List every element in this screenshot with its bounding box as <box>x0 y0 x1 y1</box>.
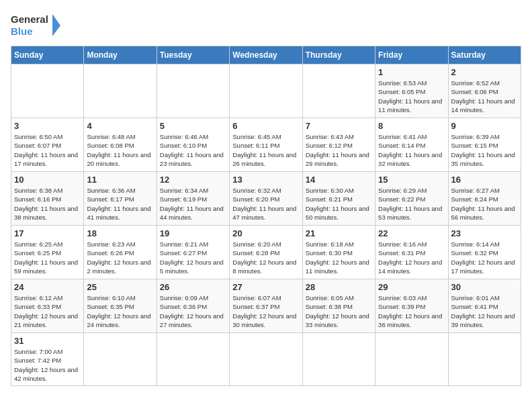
day-cell: 26Sunrise: 6:09 AM Sunset: 6:36 PM Dayli… <box>157 279 229 333</box>
day-cell: 5Sunrise: 6:46 AM Sunset: 6:10 PM Daylig… <box>157 118 229 172</box>
day-info: Sunrise: 6:07 AM Sunset: 6:37 PM Dayligh… <box>232 293 299 329</box>
svg-text:General: General <box>11 13 48 25</box>
day-number: 12 <box>160 175 226 185</box>
day-cell: 20Sunrise: 6:20 AM Sunset: 6:28 PM Dayli… <box>230 226 302 279</box>
day-number: 28 <box>306 282 372 292</box>
day-number: 25 <box>87 282 153 292</box>
day-number: 7 <box>306 121 372 131</box>
header-cell-monday: Monday <box>84 46 157 64</box>
day-info: Sunrise: 6:16 AM Sunset: 6:31 PM Dayligh… <box>378 240 445 275</box>
day-info: Sunrise: 6:50 AM Sunset: 6:07 PM Dayligh… <box>14 132 81 168</box>
day-info: Sunrise: 6:25 AM Sunset: 6:25 PM Dayligh… <box>14 240 81 275</box>
day-cell: 7Sunrise: 6:43 AM Sunset: 6:12 PM Daylig… <box>302 118 375 172</box>
day-info: Sunrise: 6:39 AM Sunset: 6:15 PM Dayligh… <box>451 132 518 168</box>
day-number: 16 <box>451 175 518 185</box>
day-number: 9 <box>451 121 518 131</box>
svg-marker-2 <box>52 14 60 36</box>
day-info: Sunrise: 6:23 AM Sunset: 6:26 PM Dayligh… <box>87 240 153 275</box>
day-cell: 25Sunrise: 6:10 AM Sunset: 6:35 PM Dayli… <box>84 279 157 333</box>
header-cell-sunday: Sunday <box>11 46 84 64</box>
day-info: Sunrise: 6:29 AM Sunset: 6:22 PM Dayligh… <box>378 186 445 222</box>
day-cell: 23Sunrise: 6:14 AM Sunset: 6:32 PM Dayli… <box>448 226 521 279</box>
day-number: 17 <box>14 228 81 238</box>
header-cell-thursday: Thursday <box>302 46 375 64</box>
week-row-0: 1Sunrise: 6:53 AM Sunset: 6:05 PM Daylig… <box>11 64 521 118</box>
day-cell: 2Sunrise: 6:52 AM Sunset: 6:06 PM Daylig… <box>448 64 521 118</box>
day-cell <box>230 333 302 386</box>
day-cell: 22Sunrise: 6:16 AM Sunset: 6:31 PM Dayli… <box>375 226 448 279</box>
day-info: Sunrise: 6:46 AM Sunset: 6:10 PM Dayligh… <box>160 132 226 168</box>
day-info: Sunrise: 6:36 AM Sunset: 6:17 PM Dayligh… <box>87 186 153 222</box>
week-row-4: 24Sunrise: 6:12 AM Sunset: 6:33 PM Dayli… <box>11 279 521 333</box>
day-number: 24 <box>14 282 81 292</box>
day-number: 31 <box>14 336 81 346</box>
day-number: 20 <box>232 228 299 238</box>
day-number: 15 <box>378 175 445 185</box>
day-info: Sunrise: 6:53 AM Sunset: 6:05 PM Dayligh… <box>378 79 445 114</box>
day-info: Sunrise: 6:14 AM Sunset: 6:32 PM Dayligh… <box>451 240 518 275</box>
day-number: 6 <box>232 121 299 131</box>
day-info: Sunrise: 6:18 AM Sunset: 6:30 PM Dayligh… <box>306 240 372 275</box>
day-number: 21 <box>306 228 372 238</box>
day-cell <box>375 333 448 386</box>
day-cell: 8Sunrise: 6:41 AM Sunset: 6:14 PM Daylig… <box>375 118 448 172</box>
day-info: Sunrise: 6:01 AM Sunset: 6:41 PM Dayligh… <box>451 293 518 329</box>
day-info: Sunrise: 6:43 AM Sunset: 6:12 PM Dayligh… <box>306 132 372 168</box>
day-number: 2 <box>451 67 518 77</box>
day-cell: 15Sunrise: 6:29 AM Sunset: 6:22 PM Dayli… <box>375 172 448 226</box>
day-info: Sunrise: 6:27 AM Sunset: 6:24 PM Dayligh… <box>451 186 518 222</box>
day-cell: 13Sunrise: 6:32 AM Sunset: 6:20 PM Dayli… <box>230 172 302 226</box>
header-cell-tuesday: Tuesday <box>157 46 229 64</box>
day-cell: 1Sunrise: 6:53 AM Sunset: 6:05 PM Daylig… <box>375 64 448 118</box>
day-cell: 14Sunrise: 6:30 AM Sunset: 6:21 PM Dayli… <box>302 172 375 226</box>
day-cell: 3Sunrise: 6:50 AM Sunset: 6:07 PM Daylig… <box>11 118 84 172</box>
day-cell: 24Sunrise: 6:12 AM Sunset: 6:33 PM Dayli… <box>11 279 84 333</box>
day-info: Sunrise: 6:38 AM Sunset: 6:16 PM Dayligh… <box>14 186 81 222</box>
day-number: 27 <box>232 282 299 292</box>
day-cell <box>157 333 229 386</box>
day-cell: 27Sunrise: 6:07 AM Sunset: 6:37 PM Dayli… <box>230 279 302 333</box>
day-cell: 17Sunrise: 6:25 AM Sunset: 6:25 PM Dayli… <box>11 226 84 279</box>
svg-text:Blue: Blue <box>11 26 33 37</box>
day-info: Sunrise: 6:09 AM Sunset: 6:36 PM Dayligh… <box>160 293 226 329</box>
day-number: 18 <box>87 228 153 238</box>
day-cell: 19Sunrise: 6:21 AM Sunset: 6:27 PM Dayli… <box>157 226 229 279</box>
day-info: Sunrise: 6:30 AM Sunset: 6:21 PM Dayligh… <box>306 186 372 222</box>
logo-svg: General Blue <box>11 11 64 40</box>
day-cell <box>157 64 229 118</box>
day-cell: 16Sunrise: 6:27 AM Sunset: 6:24 PM Dayli… <box>448 172 521 226</box>
day-number: 5 <box>160 121 226 131</box>
week-row-5: 31Sunrise: 7:00 AM Sunset: 7:42 PM Dayli… <box>11 333 521 386</box>
day-number: 26 <box>160 282 226 292</box>
logo: General Blue <box>11 11 64 40</box>
day-number: 1 <box>378 67 445 77</box>
day-cell: 11Sunrise: 6:36 AM Sunset: 6:17 PM Dayli… <box>84 172 157 226</box>
day-number: 8 <box>378 121 445 131</box>
day-cell: 6Sunrise: 6:45 AM Sunset: 6:11 PM Daylig… <box>230 118 302 172</box>
day-cell <box>448 333 521 386</box>
day-info: Sunrise: 6:32 AM Sunset: 6:20 PM Dayligh… <box>232 186 299 222</box>
day-number: 3 <box>14 121 81 131</box>
header: General Blue <box>11 11 521 40</box>
day-number: 29 <box>378 282 445 292</box>
week-row-1: 3Sunrise: 6:50 AM Sunset: 6:07 PM Daylig… <box>11 118 521 172</box>
day-number: 13 <box>232 175 299 185</box>
day-cell: 28Sunrise: 6:05 AM Sunset: 6:38 PM Dayli… <box>302 279 375 333</box>
day-cell <box>84 333 157 386</box>
day-cell: 10Sunrise: 6:38 AM Sunset: 6:16 PM Dayli… <box>11 172 84 226</box>
day-info: Sunrise: 6:03 AM Sunset: 6:39 PM Dayligh… <box>378 293 445 329</box>
day-number: 4 <box>87 121 153 131</box>
day-cell <box>11 64 84 118</box>
day-number: 14 <box>306 175 372 185</box>
day-number: 22 <box>378 228 445 238</box>
day-info: Sunrise: 6:48 AM Sunset: 6:08 PM Dayligh… <box>87 132 153 168</box>
day-number: 30 <box>451 282 518 292</box>
day-number: 19 <box>160 228 226 238</box>
day-cell <box>230 64 302 118</box>
day-number: 10 <box>14 175 81 185</box>
day-info: Sunrise: 6:34 AM Sunset: 6:19 PM Dayligh… <box>160 186 226 222</box>
week-row-3: 17Sunrise: 6:25 AM Sunset: 6:25 PM Dayli… <box>11 226 521 279</box>
day-info: Sunrise: 7:00 AM Sunset: 7:42 PM Dayligh… <box>14 347 81 383</box>
day-cell <box>302 333 375 386</box>
day-info: Sunrise: 6:12 AM Sunset: 6:33 PM Dayligh… <box>14 293 81 329</box>
